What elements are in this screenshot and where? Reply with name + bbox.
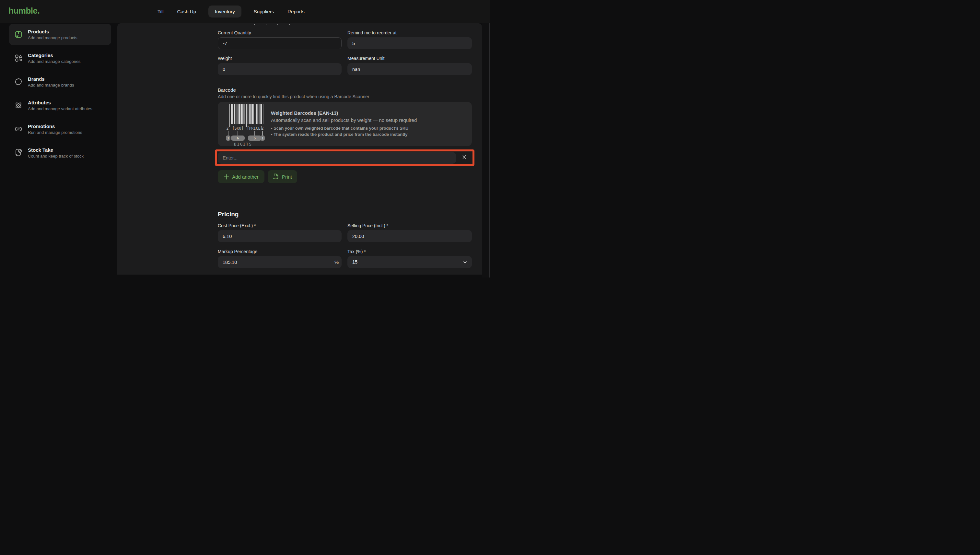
svg-text:[SKU]: [SKU] — [232, 126, 244, 131]
top-navbar: humble. Till Cash Up Inventory Suppliers… — [0, 0, 490, 23]
pdf-icon: PDF — [273, 173, 279, 180]
reorder-at-label: Remind me to reorder at — [347, 30, 472, 35]
remove-barcode-button[interactable] — [456, 152, 472, 164]
tax-label: Tax (%) * — [347, 249, 472, 254]
brands-icon — [14, 77, 23, 86]
barcode-label: Barcode — [218, 87, 236, 93]
measurement-unit-label: Measurement Unit — [347, 56, 472, 61]
close-icon — [462, 155, 467, 159]
print-barcode-button[interactable]: PDF Print — [268, 170, 297, 183]
sidebar-item-products[interactable]: Products Add and manage products — [9, 24, 111, 45]
weight-label: Weight — [218, 56, 341, 61]
sidebar-item-description: Add and manage brands — [28, 83, 74, 88]
nav-item-suppliers[interactable]: Suppliers — [253, 5, 275, 18]
inventory-sidebar: Products Add and manage products Categor… — [0, 23, 117, 278]
sidebar-item-label: Categories — [28, 53, 81, 58]
products-icon — [14, 30, 23, 38]
sidebar-item-brands[interactable]: Brands Add and manage brands — [9, 71, 111, 92]
add-another-barcode-button[interactable]: Add another — [218, 170, 264, 183]
weight-input[interactable] — [218, 63, 341, 75]
svg-text:1: 1 — [261, 136, 264, 140]
nav-item-cash-up[interactable]: Cash Up — [176, 5, 197, 18]
svg-text:1: 1 — [227, 136, 229, 140]
sidebar-item-attributes[interactable]: Attributes Add and manage variant attrib… — [9, 95, 111, 116]
svg-text:5: 5 — [254, 136, 256, 140]
sidebar-item-label: Products — [28, 29, 77, 34]
nav-item-till[interactable]: Till — [156, 5, 165, 18]
sidebar-item-label: Promotions — [28, 124, 82, 129]
current-quantity-input[interactable] — [218, 37, 341, 49]
product-detail-panel: Current Quantity Remind me to reorder at… — [117, 23, 482, 274]
nav-item-inventory[interactable]: Inventory — [208, 5, 242, 18]
svg-text:2: 2 — [261, 126, 264, 131]
barcode-card-bullet: • The system reads the product and price… — [271, 131, 408, 138]
tax-select[interactable]: 15 — [347, 256, 472, 268]
attributes-icon — [14, 101, 23, 109]
nav-item-reports[interactable]: Reports — [286, 5, 306, 18]
sidebar-item-label: Brands — [28, 76, 74, 82]
brand-logo: humble. — [8, 6, 40, 16]
markup-percentage-input[interactable] — [218, 256, 341, 268]
percent-suffix-icon: % — [335, 259, 339, 265]
stock-take-icon — [14, 149, 23, 157]
vertical-scrollbar[interactable] — [489, 23, 490, 278]
sidebar-item-stock-take[interactable]: Stock Take Count and keep track of stock — [9, 142, 111, 164]
sidebar-item-description: Add and manage variant attributes — [28, 106, 92, 111]
barcode-entry-input[interactable] — [218, 152, 456, 164]
section-divider — [218, 196, 472, 196]
sidebar-item-promotions[interactable]: Promotions Run and manage promotions — [9, 118, 111, 140]
selling-price-label: Selling Price (Incl.) * — [347, 223, 472, 228]
chevron-down-icon — [463, 260, 467, 265]
barcode-card-bullet: • Scan your own weighted barcode that co… — [271, 125, 408, 131]
barcode-card-title: Weighted Barcodes (EAN-13) — [271, 110, 338, 116]
print-label: Print — [282, 174, 292, 180]
svg-text:DIGITS: DIGITS — [234, 142, 252, 146]
clipped-scrolled-text — [254, 23, 301, 25]
highlight-rectangle — [215, 149, 474, 166]
svg-text:[PRICE]: [PRICE] — [247, 126, 263, 131]
main-nav: Till Cash Up Inventory Suppliers Reports — [156, 0, 306, 23]
reorder-at-input[interactable] — [347, 37, 472, 49]
plus-icon — [224, 174, 229, 180]
sidebar-item-description: Run and manage promotions — [28, 130, 82, 135]
barcode-help-text: Add one or more to quickly find this pro… — [218, 94, 370, 99]
cost-price-input[interactable] — [218, 230, 341, 242]
cost-price-label: Cost Price (Excl.) * — [218, 223, 341, 228]
selling-price-input[interactable] — [347, 230, 472, 242]
svg-text:2: 2 — [227, 126, 229, 131]
categories-icon — [14, 54, 23, 62]
promotions-icon — [14, 125, 23, 133]
add-another-label: Add another — [232, 174, 259, 180]
pricing-heading: Pricing — [218, 211, 239, 218]
barcode-card-subtitle: Automatically scan and sell products by … — [271, 117, 417, 123]
sidebar-item-description: Add and manage products — [28, 35, 77, 40]
current-quantity-label: Current Quantity — [218, 30, 341, 35]
weighted-barcode-info-card: 2 [SKU] [PRICE] 2 — [218, 102, 472, 146]
sidebar-item-description: Count and keep track of stock — [28, 154, 83, 159]
sidebar-item-label: Stock Take — [28, 147, 83, 153]
sidebar-item-categories[interactable]: Categories Add and manage categories — [9, 47, 111, 69]
svg-text:6: 6 — [237, 136, 239, 140]
svg-text:PDF: PDF — [273, 177, 278, 180]
sidebar-item-description: Add and manage categories — [28, 59, 81, 64]
ean13-barcode-diagram: 2 [SKU] [PRICE] 2 — [226, 104, 265, 145]
measurement-unit-input[interactable] — [347, 63, 472, 75]
sidebar-item-label: Attributes — [28, 100, 92, 105]
markup-percentage-label: Markup Percentage — [218, 249, 341, 254]
